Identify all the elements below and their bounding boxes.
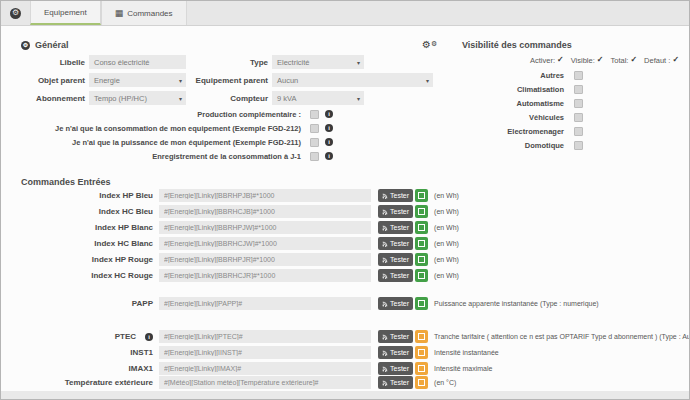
command-row: Index HC Bleu Tester (en Wh) [1,205,689,218]
command-config-button[interactable] [415,205,428,218]
option-checkbox[interactable] [310,110,319,119]
command-value-input[interactable] [159,376,371,389]
tester-button[interactable]: Tester [378,221,413,234]
tester-button[interactable]: Tester [378,376,413,389]
command-desc: Intensité maximale [434,365,492,372]
check-icon[interactable] [557,56,564,64]
command-config-button[interactable] [415,269,428,282]
option-checkbox[interactable] [310,138,319,147]
objet-parent-select[interactable]: Energie [89,73,186,87]
command-desc: (en Wh) [434,256,459,263]
command-value-input[interactable] [159,205,371,218]
command-config-button[interactable] [415,253,428,266]
command-row: PAPP Tester Puissance apparente instanta… [1,297,689,310]
rss-icon [382,193,388,199]
tab-equipement-label: Equipement [44,8,87,17]
command-label: PAPP [1,299,153,308]
command-config-button[interactable] [415,189,428,202]
command-config-button[interactable] [415,346,428,359]
command-config-button[interactable] [415,237,428,250]
form-row: Libelle Conso électricité Type Electrici… [1,55,441,69]
rss-icon [382,366,388,372]
objet-parent-label: Objet parent [1,76,85,85]
option-checkbox[interactable] [310,152,319,161]
rss-icon [382,301,388,307]
command-value-input[interactable] [159,253,371,266]
type-label: Type [186,58,268,67]
info-icon[interactable] [325,138,333,146]
command-value-input[interactable] [159,362,371,375]
tester-button[interactable]: Tester [378,297,413,310]
tester-button[interactable]: Tester [378,253,413,266]
equipment-config-page: Equipement Commandes Général Libelle Con… [0,0,690,400]
square-icon [418,333,425,340]
info-icon[interactable] [145,333,153,341]
equipement-parent-select[interactable]: Aucun [272,73,433,87]
libelle-input[interactable]: Conso électricité [89,55,186,69]
rss-icon [382,241,388,247]
activer-toggle: Activer: [530,56,564,65]
command-config-button[interactable] [415,362,428,375]
total-toggle: Total: [610,56,637,65]
check-icon[interactable] [597,56,604,64]
command-label: Index HC Rouge [1,271,153,280]
tester-button[interactable]: Tester [378,362,413,375]
command-label: Index HP Bleu [1,191,153,200]
tester-button[interactable]: Tester [378,237,413,250]
command-config-button[interactable] [415,376,428,389]
command-desc: Puissance apparente instantanée (Type : … [434,300,599,307]
compteur-select[interactable]: 9 kVA [272,91,364,105]
category-checkbox[interactable] [574,85,583,94]
category-checkbox[interactable] [574,127,583,136]
command-value-input[interactable] [159,269,371,282]
square-icon [418,224,425,231]
category-checkbox[interactable] [574,71,583,80]
command-value-input[interactable] [159,346,371,359]
category-label: Véhicules [441,113,564,122]
square-icon [418,379,425,386]
info-icon[interactable] [325,152,333,160]
category-label: Domotique [441,141,564,150]
abonnement-select[interactable]: Tempo (HP/HC) [89,91,186,105]
check-icon[interactable] [672,56,679,64]
tester-button[interactable]: Tester [378,189,413,202]
option-checkbox[interactable] [310,124,319,133]
command-value-input[interactable] [159,297,371,310]
tab-equipement[interactable]: Equipement [30,1,101,25]
tester-button[interactable]: Tester [378,346,413,359]
command-value-input[interactable] [159,189,371,202]
command-config-button[interactable] [415,297,428,310]
command-row: INST1 Tester Intensité instantanée [1,346,689,359]
tester-button[interactable]: Tester [378,330,413,343]
settings-gear-button[interactable] [1,1,30,25]
category-checkbox[interactable] [574,99,583,108]
general-section-icon [21,41,30,50]
square-icon [418,349,425,356]
category-checkbox[interactable] [574,113,583,122]
command-value-input[interactable] [159,237,371,250]
type-select[interactable]: Electricité [272,55,364,69]
category-row: Véhicules [441,111,583,123]
form-row: Objet parent Energie Equipement parent A… [1,73,441,87]
command-row: Index HP Rouge Tester (en Wh) [1,253,689,266]
info-icon[interactable] [325,124,333,132]
tab-commandes[interactable]: Commandes [101,1,187,25]
command-row: Température extérieure Tester (en °C) [1,376,689,389]
command-label: IMAX1 [1,364,153,373]
info-icon[interactable] [325,110,333,118]
check-icon[interactable] [630,56,637,64]
command-label: Index HC Bleu [1,207,153,216]
command-config-button[interactable] [415,330,428,343]
command-config-button[interactable] [415,221,428,234]
command-row: PTEC Tester Tranche tarifaire ( attentio… [1,330,689,343]
cogs-icon[interactable] [422,40,437,50]
option-row: Production complémentaire : [1,108,333,120]
tester-button[interactable]: Tester [378,205,413,218]
command-label: Index HP Rouge [1,255,153,264]
category-checkbox[interactable] [574,141,583,150]
command-value-input[interactable] [159,221,371,234]
tester-button[interactable]: Tester [378,269,413,282]
command-value-input[interactable] [159,330,371,343]
rss-icon [382,225,388,231]
chevron-down-icon [426,77,429,84]
